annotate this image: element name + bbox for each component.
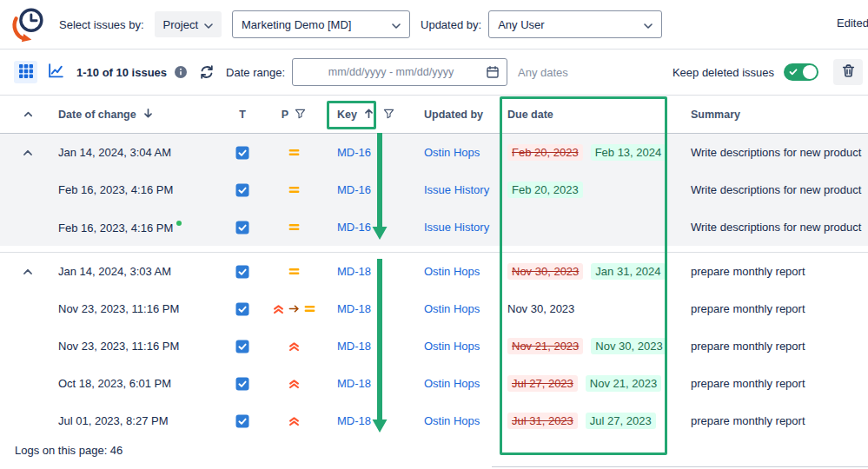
updated-by-link[interactable]: Ostin Hops	[424, 377, 480, 390]
calendar-icon[interactable]	[486, 65, 500, 79]
filter-funnel-icon[interactable]	[383, 108, 394, 122]
highest-priority-icon	[272, 302, 285, 315]
issue-key-link[interactable]: MD-18	[337, 377, 371, 390]
updated-by-link[interactable]: Ostin Hops	[424, 414, 480, 427]
date-of-change-header[interactable]: Date of change	[39, 108, 217, 122]
due-date-cell: Jul 31, 2023Jul 27, 2023	[495, 413, 669, 429]
issue-key-link[interactable]: MD-16	[337, 146, 371, 159]
highest-priority-icon	[288, 340, 301, 353]
due-date-old-value: Feb 20, 2023	[507, 144, 583, 161]
select-by-dropdown-value: Project	[163, 18, 198, 31]
collapse-all-button[interactable]	[23, 109, 34, 120]
table-row: Jan 14, 2024, 3:03 AM MD-18 Ostin Hops N…	[0, 253, 868, 290]
key-header[interactable]: Key	[320, 108, 398, 122]
issue-key-link[interactable]: MD-18	[337, 340, 371, 353]
issue-key-link[interactable]: MD-18	[337, 414, 371, 427]
task-type-icon	[235, 377, 249, 391]
grid-icon	[18, 63, 34, 82]
collapse-row-button[interactable]	[22, 147, 34, 159]
table-row: Jul 01, 2023, 8:27 PM MD-18 Ostin Hops J…	[0, 402, 868, 439]
info-icon[interactable]	[174, 65, 188, 79]
due-date-old-value: Nov 21, 2023	[507, 338, 583, 354]
medium-priority-icon	[303, 302, 316, 315]
summary-text: prepare monthly report	[669, 302, 868, 315]
toggle-knob	[803, 65, 817, 79]
issue-key-link[interactable]: MD-18	[337, 265, 371, 278]
group-separator	[0, 246, 868, 253]
due-date-cell: Jul 27, 2023Nov 21, 2023	[495, 375, 669, 392]
refresh-button[interactable]	[198, 63, 215, 81]
due-date-new-value: Nov 21, 2023	[586, 375, 661, 392]
summary-text: prepare monthly report	[669, 340, 868, 353]
due-date-new-value: Feb 13, 2024	[591, 144, 666, 161]
highest-priority-icon	[288, 414, 301, 427]
task-type-icon	[235, 221, 249, 234]
task-type-icon	[235, 265, 249, 279]
medium-priority-icon	[288, 265, 301, 278]
new-log-dot-icon	[176, 221, 182, 226]
updated-by-link[interactable]: Ostin Hops	[424, 340, 480, 353]
task-type-icon	[235, 302, 249, 316]
updated-by-link[interactable]: Ostin Hops	[424, 302, 480, 315]
updated-by-link[interactable]: Ostin Hops	[424, 265, 480, 278]
updated-by-label: Updated by:	[421, 18, 481, 31]
due-date-cell: Nov 30, 2023	[495, 302, 669, 315]
date-range-field	[292, 58, 507, 86]
change-date: Nov 23, 2023, 11:16 PM	[58, 302, 179, 315]
task-type-icon	[235, 340, 249, 353]
due-date-new-value: Feb 20, 2023	[507, 182, 583, 198]
updated-by-select-value: Any User	[498, 18, 544, 31]
toolbar: 1-10 of 10 issues Date range: Any dates	[0, 50, 868, 96]
select-by-dropdown[interactable]: Project	[155, 11, 222, 37]
sort-asc-icon	[363, 108, 374, 122]
table-row: Feb 16, 2023, 4:16 PM MD-16 Issue Histor…	[0, 208, 868, 246]
table-row: Jan 14, 2024, 3:04 AM MD-16 Ostin Hops F…	[0, 134, 868, 171]
due-date-cell: Nov 30, 2023Jan 31, 2024	[495, 263, 669, 280]
updated-by-select[interactable]: Any User	[488, 10, 662, 38]
due-date-new-value: Jul 27, 2023	[586, 413, 656, 429]
highest-priority-icon	[288, 377, 301, 390]
issue-key-link[interactable]: MD-16	[337, 183, 371, 196]
bottom-edge-divider	[492, 466, 868, 467]
due-date-new-value: Jan 31, 2024	[591, 263, 665, 280]
chevron-down-icon	[204, 18, 213, 31]
updated-by-link[interactable]: Issue History	[424, 183, 489, 196]
top-bar: Select issues by: Project Marketing Demo…	[0, 0, 868, 50]
date-range-input[interactable]	[296, 66, 486, 78]
filter-funnel-icon[interactable]	[295, 108, 306, 122]
keep-deleted-label: Keep deleted issues	[673, 66, 774, 79]
issue-key-link[interactable]: MD-18	[337, 302, 371, 315]
chevron-down-icon	[644, 18, 653, 31]
issues-count: 1-10 of 10 issues	[76, 66, 167, 79]
issue-key-link[interactable]: MD-16	[337, 221, 371, 234]
collapse-row-button[interactable]	[22, 266, 34, 278]
due-date-old-value: Jul 31, 2023	[507, 413, 578, 429]
trash-icon	[841, 63, 856, 81]
due-date-cell: Feb 20, 2023Feb 13, 2024	[495, 144, 669, 161]
check-icon	[789, 68, 798, 76]
change-date: Jan 14, 2024, 3:04 AM	[58, 146, 171, 159]
table-row: Nov 23, 2023, 11:16 PM MD-18 Ostin Hops …	[0, 290, 868, 327]
chart-view-button[interactable]	[44, 61, 68, 83]
summary-header: Summary	[669, 109, 868, 121]
delete-logs-button[interactable]	[833, 59, 863, 85]
table-row: Oct 18, 2023, 6:01 PM MD-18 Ostin Hops J…	[0, 365, 868, 402]
logs-count-label: Logs on this page: 46	[15, 444, 123, 457]
medium-priority-icon	[288, 146, 301, 159]
updated-by-link[interactable]: Ostin Hops	[424, 146, 480, 159]
due-date-cell: Feb 20, 2023	[495, 182, 669, 198]
task-type-icon	[235, 183, 249, 197]
sort-desc-icon	[142, 108, 154, 122]
summary-text: Write descriptions for new product	[669, 221, 868, 234]
summary-text: prepare monthly report	[669, 265, 868, 278]
table-view-button[interactable]	[14, 61, 37, 83]
keep-deleted-toggle[interactable]	[784, 63, 818, 81]
project-select-value: Marketing Demo [MD]	[242, 18, 351, 31]
project-select[interactable]: Marketing Demo [MD]	[232, 10, 410, 38]
issue-history-app: Select issues by: Project Marketing Demo…	[0, 0, 868, 469]
updated-by-link[interactable]: Issue History	[424, 221, 489, 234]
due-date-cell: Nov 21, 2023Nov 30, 2023	[495, 338, 669, 354]
line-chart-icon	[47, 62, 65, 83]
table-header-row: Date of change T P Key Updated by	[0, 96, 868, 134]
change-date: Oct 18, 2023, 6:01 PM	[58, 377, 171, 390]
